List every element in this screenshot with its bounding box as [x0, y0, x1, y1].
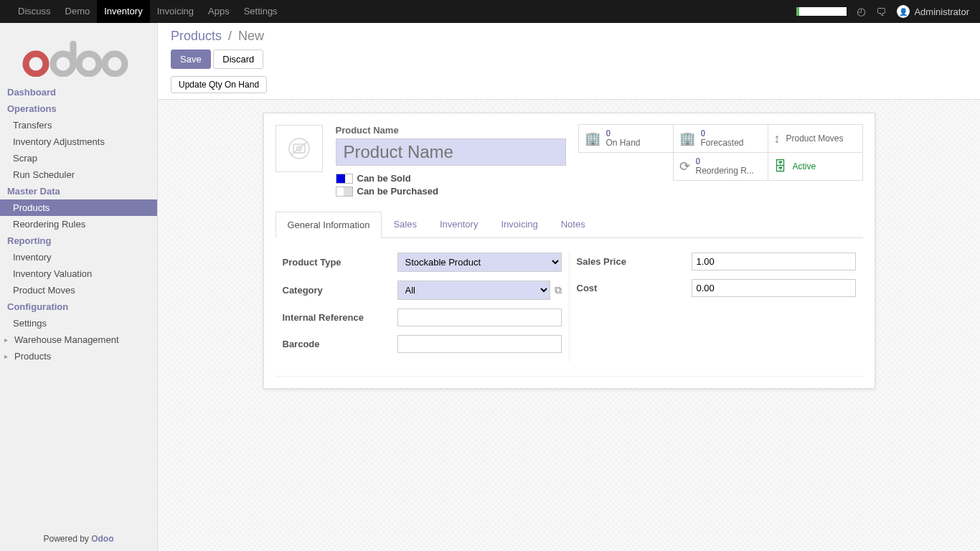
- nav-demo[interactable]: Demo: [58, 0, 98, 23]
- avatar-icon: 👤: [897, 5, 910, 18]
- barcode-label: Barcode: [283, 339, 397, 349]
- stat-active[interactable]: 🗄 Active: [768, 152, 863, 181]
- sidebar-footer: Powered by Odoo: [0, 534, 157, 544]
- refresh-icon: ⟳: [679, 159, 690, 174]
- update-qty-button[interactable]: Update Qty On Hand: [171, 76, 267, 93]
- chat-icon[interactable]: 🗨: [876, 6, 887, 18]
- sidebar-scrap[interactable]: Scrap: [0, 150, 157, 166]
- building-icon: 🏢: [585, 131, 600, 146]
- nav-inventory[interactable]: Inventory: [97, 0, 149, 23]
- breadcrumb-current: New: [238, 29, 264, 43]
- product-type-label: Product Type: [283, 257, 397, 268]
- can-be-sold-label: Can be Sold: [357, 173, 411, 184]
- discard-button[interactable]: Discard: [213, 50, 263, 69]
- clock-icon[interactable]: ◴: [857, 5, 866, 18]
- user-menu[interactable]: 👤 Administrator: [897, 5, 969, 18]
- internal-ref-input[interactable]: [397, 309, 562, 326]
- sidebar-cfg-settings[interactable]: Settings: [0, 315, 157, 331]
- form-sheet: Product Name Can be Sold Can be Purchase…: [263, 113, 875, 389]
- nav-discuss[interactable]: Discuss: [11, 0, 58, 23]
- tab-sales[interactable]: Sales: [382, 212, 428, 237]
- internal-ref-label: Internal Reference: [283, 312, 397, 323]
- section-reporting[interactable]: Reporting: [0, 232, 157, 249]
- sidebar-reordering[interactable]: Reordering Rules: [0, 216, 157, 232]
- archive-icon: 🗄: [774, 159, 787, 174]
- sidebar-cfg-warehouse[interactable]: ▸Warehouse Management: [0, 331, 157, 348]
- tab-invoicing[interactable]: Invoicing: [489, 212, 549, 237]
- sales-price-input[interactable]: [692, 253, 856, 270]
- breadcrumb: Products / New: [171, 29, 967, 44]
- sidebar-inv-adjust[interactable]: Inventory Adjustments: [0, 133, 157, 150]
- odoo-link[interactable]: Odoo: [91, 534, 113, 544]
- sidebar-rpt-moves[interactable]: Product Moves: [0, 282, 157, 298]
- tab-general[interactable]: General Information: [275, 212, 382, 238]
- section-master-data[interactable]: Master Data: [0, 183, 157, 199]
- product-image[interactable]: [275, 125, 323, 172]
- nav-settings[interactable]: Settings: [237, 0, 285, 23]
- section-dashboard[interactable]: Dashboard: [0, 84, 157, 100]
- tab-inventory[interactable]: Inventory: [428, 212, 489, 237]
- can-be-sold-toggle[interactable]: [336, 174, 353, 184]
- caret-right-icon: ▸: [4, 336, 14, 344]
- sidebar-rpt-inventory[interactable]: Inventory: [0, 249, 157, 265]
- can-be-purchased-label: Can be Purchased: [357, 186, 438, 197]
- stat-product-moves[interactable]: ↕ Product Moves: [768, 124, 863, 153]
- save-button[interactable]: Save: [171, 50, 211, 69]
- section-operations[interactable]: Operations: [0, 100, 157, 117]
- sidebar: Dashboard Operations Transfers Inventory…: [0, 23, 158, 551]
- external-link-icon[interactable]: ⧉: [555, 284, 562, 296]
- caret-right-icon: ▸: [4, 352, 14, 360]
- building-icon: 🏢: [679, 131, 695, 146]
- product-type-select[interactable]: Stockable Product: [397, 253, 562, 272]
- svg-point-1: [79, 54, 99, 74]
- category-label: Category: [283, 285, 397, 296]
- product-name-label: Product Name: [336, 125, 566, 136]
- stat-on-hand[interactable]: 🏢 0On Hand: [578, 124, 674, 153]
- sidebar-products[interactable]: Products: [0, 199, 157, 216]
- breadcrumb-root[interactable]: Products: [171, 29, 222, 43]
- sidebar-rpt-valuation[interactable]: Inventory Valuation: [0, 265, 157, 282]
- nav-apps[interactable]: Apps: [201, 0, 237, 23]
- sidebar-run-scheduler[interactable]: Run Scheduler: [0, 166, 157, 183]
- progress-bar: [796, 7, 847, 16]
- sidebar-transfers[interactable]: Transfers: [0, 117, 157, 133]
- product-name-input[interactable]: [336, 138, 566, 166]
- cost-label: Cost: [577, 283, 692, 293]
- barcode-input[interactable]: [397, 335, 562, 353]
- sales-price-label: Sales Price: [577, 256, 692, 267]
- cost-input[interactable]: [692, 279, 856, 297]
- nav-invoicing[interactable]: Invoicing: [150, 0, 201, 23]
- sidebar-cfg-products[interactable]: ▸Products: [0, 348, 157, 364]
- stat-forecasted[interactable]: 🏢 0Forecasted: [673, 124, 768, 153]
- category-select[interactable]: All: [397, 281, 550, 300]
- section-configuration[interactable]: Configuration: [0, 298, 157, 315]
- navbar-left: Discuss Demo Inventory Invoicing Apps Se…: [11, 0, 285, 23]
- tab-notes[interactable]: Notes: [550, 212, 597, 237]
- svg-point-0: [26, 54, 46, 74]
- svg-point-2: [105, 54, 125, 74]
- user-name: Administrator: [914, 6, 969, 17]
- can-be-purchased-toggle[interactable]: [336, 187, 353, 197]
- odoo-logo: [0, 23, 157, 84]
- stat-reordering[interactable]: ⟳ 0Reordering R...: [673, 152, 768, 181]
- arrows-v-icon: ↕: [774, 131, 781, 146]
